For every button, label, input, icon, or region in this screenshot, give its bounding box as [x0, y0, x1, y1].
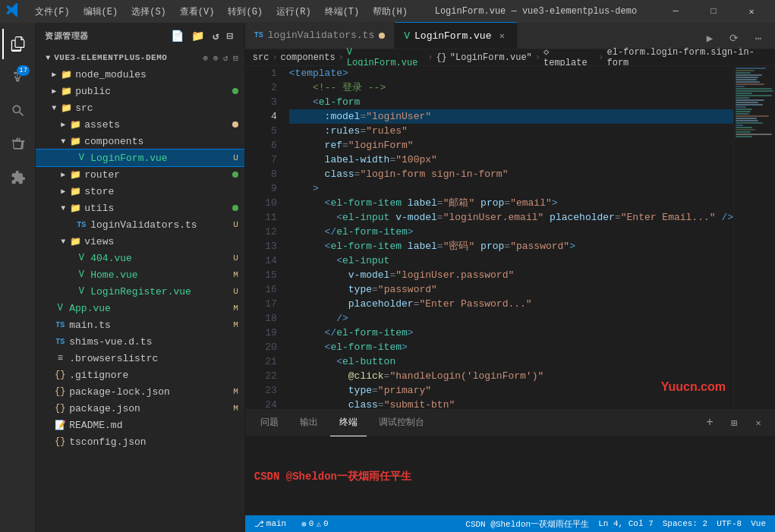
tab-loginvalidators[interactable]: TS loginValidators.ts — [245, 22, 395, 49]
panel-close-button[interactable]: ✕ — [748, 412, 769, 433]
panel-add-button[interactable]: + — [699, 412, 720, 433]
sidebar-item-package-lock[interactable]: {} package-lock.json M — [36, 383, 244, 400]
menu-select[interactable]: 选择(S) — [125, 4, 172, 20]
views-label: views — [84, 236, 238, 247]
minimize-button[interactable]: ─ — [658, 0, 693, 23]
sidebar-item-store[interactable]: ▶ 📁 store — [36, 183, 244, 200]
views-arrow: ▼ — [57, 238, 69, 246]
split-editor-button[interactable]: ⟳ — [723, 27, 745, 49]
sidebar-item-readme[interactable]: 📝 README.md — [36, 417, 244, 433]
sidebar-item-gitignore[interactable]: {} .gitignore — [36, 367, 244, 383]
refresh-icon[interactable]: ↺ — [211, 28, 221, 44]
public-arrow: ▶ — [48, 87, 60, 96]
sidebar-item-home-vue[interactable]: V Home.vue M — [36, 266, 244, 283]
sidebar-item-app-vue[interactable]: V App.vue M — [36, 300, 244, 316]
package-json-badge: M — [233, 404, 238, 413]
code-line-8: class="login-form sign-in-form" — [289, 167, 733, 181]
breadcrumb-braces[interactable]: {} — [436, 52, 446, 63]
sidebar-item-root[interactable]: ▼ VUE3-ELEMENTPLUS-DEMO ⊕ ⊕ ↺ ⊟ — [36, 49, 244, 66]
sidebar-item-browserslistrc[interactable]: ≡ .browserslistrc — [36, 350, 244, 367]
panel-tab-terminal[interactable]: 终端 — [330, 410, 367, 436]
panel-tab-output[interactable]: 输出 — [291, 410, 327, 436]
more-actions-button[interactable]: ⋯ — [748, 27, 769, 49]
package-lock-label: package-lock.json — [69, 386, 230, 398]
ln-7: 7 — [245, 153, 277, 167]
status-position[interactable]: Ln 4, Col 7 — [595, 515, 657, 532]
loginform-label: LoginForm.vue — [90, 153, 230, 164]
sidebar-item-assets[interactable]: ▶ 📁 assets — [36, 116, 244, 133]
status-branch[interactable]: ⎇ main — [251, 515, 289, 532]
activity-source-control[interactable]: 17 — [2, 62, 33, 93]
warning-icon: ⚠ — [316, 519, 321, 529]
code-line-12: </el-form-item> — [289, 225, 733, 239]
router-dot — [232, 172, 238, 178]
sidebar-item-views[interactable]: ▼ 📁 views — [36, 233, 244, 250]
sidebar-item-package-json[interactable]: {} package.json M — [36, 400, 244, 417]
status-csdn[interactable]: CSDN @Sheldon一茯烟雨任平生 — [462, 515, 592, 532]
menu-terminal[interactable]: 终端(T) — [319, 4, 366, 20]
minimap-content — [734, 66, 775, 140]
menu-file[interactable]: 文件(F) — [29, 4, 76, 20]
root-arrow: ▼ — [42, 54, 54, 62]
main-ts-label: main.ts — [69, 320, 230, 331]
status-errors[interactable]: ⊗ 0 ⚠ 0 — [298, 515, 331, 532]
vscode-logo-icon — [6, 3, 20, 20]
collapse-icon[interactable]: ⊟ — [225, 28, 235, 44]
close-button[interactable]: ✕ — [734, 0, 769, 23]
activity-explorer[interactable] — [2, 29, 33, 59]
new-file-icon[interactable]: 📄 — [169, 28, 186, 44]
sidebar-item-tsconfig[interactable]: {} tsconfig.json — [36, 433, 244, 450]
sidebar-item-404-vue[interactable]: V 404.vue U — [36, 250, 244, 266]
new-folder-icon[interactable]: 📁 — [190, 28, 206, 44]
menu-help[interactable]: 帮助(H) — [367, 4, 414, 20]
run-button[interactable]: ▶ — [699, 27, 720, 49]
sidebar-item-loginregister-vue[interactable]: V LoginRegister.vue U — [36, 283, 244, 300]
status-spaces[interactable]: Spaces: 2 — [660, 515, 710, 532]
breadcrumb-el-form[interactable]: el-form.login-form.sign-in-form — [606, 47, 767, 68]
panel-tab-problems[interactable]: 问题 — [251, 410, 288, 436]
sidebar-item-public[interactable]: ▶ 📁 public — [36, 83, 244, 99]
title-text: LoginForm.vue — vue3-elementplus-demo — [414, 6, 658, 17]
activity-extensions[interactable] — [2, 162, 33, 193]
panel-split-button[interactable]: ⊞ — [723, 412, 745, 433]
maximize-button[interactable]: □ — [696, 0, 731, 23]
sidebar-item-router[interactable]: ▶ 📁 router — [36, 166, 244, 183]
status-encoding[interactable]: UTF-8 — [714, 515, 745, 532]
sidebar-item-main-ts[interactable]: TS main.ts M — [36, 316, 244, 333]
sidebar-item-loginvalidators-ts[interactable]: TS loginValidators.ts U — [36, 216, 244, 233]
breadcrumb-components[interactable]: components — [281, 52, 336, 63]
tab-loginform[interactable]: V LoginForm.vue ✕ — [395, 22, 518, 49]
loginvalidators-badge: U — [233, 220, 238, 229]
breadcrumb-filename[interactable]: "LoginForm.vue" — [450, 52, 532, 63]
menu-goto[interactable]: 转到(G) — [222, 4, 269, 20]
menu-run[interactable]: 运行(R) — [270, 4, 317, 20]
breadcrumb-sep3: › — [427, 52, 433, 63]
sidebar-item-src[interactable]: ▼ 📁 src — [36, 99, 244, 116]
title-bar: 文件(F) 编辑(E) 选择(S) 查看(V) 转到(G) 运行(R) 终端(T… — [0, 0, 775, 23]
breadcrumb-src[interactable]: src — [253, 52, 269, 63]
sidebar-item-utils[interactable]: ▼ 📁 utils — [36, 200, 244, 216]
status-language[interactable]: Vue — [748, 515, 769, 532]
sidebar-item-node-modules[interactable]: ▶ 📁 node_modules — [36, 66, 244, 83]
code-content[interactable]: <template> <!-- 登录 --> <el-form :model="… — [283, 66, 733, 409]
json-icon: {} — [54, 386, 66, 398]
activity-search[interactable] — [2, 96, 33, 126]
code-line-19: </el-form-item> — [289, 326, 733, 340]
title-bar-menu[interactable]: 文件(F) 编辑(E) 选择(S) 查看(V) 转到(G) 运行(R) 终端(T… — [29, 4, 414, 20]
sidebar-item-shims-vue[interactable]: TS shims-vue.d.ts — [36, 333, 244, 350]
sidebar-item-loginform-vue[interactable]: V LoginForm.vue U — [36, 150, 244, 166]
menu-view[interactable]: 查看(V) — [174, 4, 221, 20]
sidebar-item-components[interactable]: ▼ 📁 components — [36, 133, 244, 150]
minimap[interactable] — [733, 66, 775, 409]
breadcrumb-template[interactable]: ◇ template — [543, 46, 595, 68]
bottom-panel: 问题 输出 终端 调试控制台 + ⊞ ✕ CSDN @Sheldon一茯烟雨任平… — [245, 409, 775, 515]
code-editor: 1 2 3 4 5 6 7 8 9 10 11 12 13 14 15 16 1… — [245, 66, 775, 409]
activity-run-debug[interactable] — [2, 129, 33, 159]
panel-tab-debug[interactable]: 调试控制台 — [370, 410, 433, 436]
tab-close-button[interactable]: ✕ — [496, 30, 508, 42]
ln-10: 10 — [245, 196, 277, 210]
menu-edit[interactable]: 编辑(E) — [77, 4, 124, 20]
tab-actions: ▶ ⟳ ⋯ — [693, 27, 775, 49]
loginregister-badge: U — [233, 287, 238, 296]
breadcrumb-loginform[interactable]: V LoginForm.vue — [347, 47, 424, 68]
